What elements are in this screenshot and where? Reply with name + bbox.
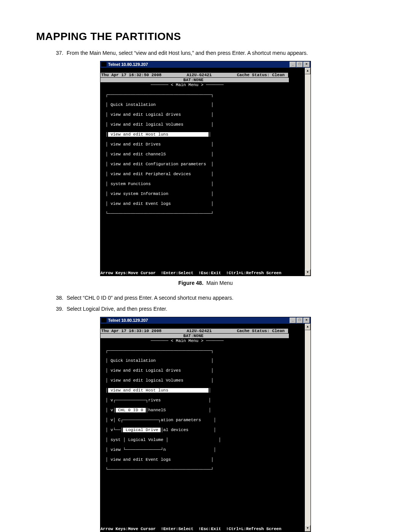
- maximize-button[interactable]: □: [296, 62, 303, 67]
- figure48-terminal: Telnet 10.80.129.207 _ □ × Thu Apr 17 16…: [100, 61, 311, 276]
- telnet-icon: [101, 318, 107, 323]
- window-title: Telnet 10.80.129.207: [108, 318, 148, 323]
- terminal-screen: Thu Apr 17 16:33:10 2008 A12U-G2421 Cach…: [100, 324, 305, 532]
- close-button[interactable]: ×: [303, 318, 310, 323]
- close-button[interactable]: ×: [303, 62, 310, 67]
- scroll-up-button[interactable]: ▲: [305, 324, 311, 330]
- scrollbar[interactable]: ▲ ▼: [305, 68, 311, 276]
- maximize-button[interactable]: □: [296, 318, 303, 323]
- scroll-down-button[interactable]: ▼: [305, 525, 311, 532]
- terminal-screen: Thu Apr 17 16:32:50 2008 A12U-G2421 Cach…: [100, 68, 305, 276]
- section-heading: MAPPING THE PARTITIONS: [36, 30, 375, 43]
- step-37: 37.From the Main Menu, select “view and …: [56, 50, 375, 57]
- minimize-button[interactable]: _: [290, 318, 296, 323]
- window-titlebar: Telnet 10.80.129.207 _ □ ×: [100, 61, 311, 68]
- figure48-caption: Figure 48. Main Menu: [36, 280, 375, 286]
- window-titlebar: Telnet 10.80.129.207 _ □ ×: [100, 317, 311, 324]
- scroll-up-button[interactable]: ▲: [305, 68, 311, 74]
- window-title: Telnet 10.80.129.207: [108, 62, 148, 67]
- figure49-terminal: Telnet 10.80.129.207 _ □ × Thu Apr 17 16…: [100, 317, 311, 532]
- telnet-icon: [101, 62, 107, 67]
- scrollbar[interactable]: ▲ ▼: [305, 324, 311, 532]
- step-39: 39.Select Logical Drive, and then press …: [56, 305, 375, 313]
- minimize-button[interactable]: _: [290, 62, 296, 67]
- step-38: 38.Select “CHL 0 ID 0” and press Enter. …: [56, 294, 375, 302]
- scroll-down-button[interactable]: ▼: [305, 269, 311, 276]
